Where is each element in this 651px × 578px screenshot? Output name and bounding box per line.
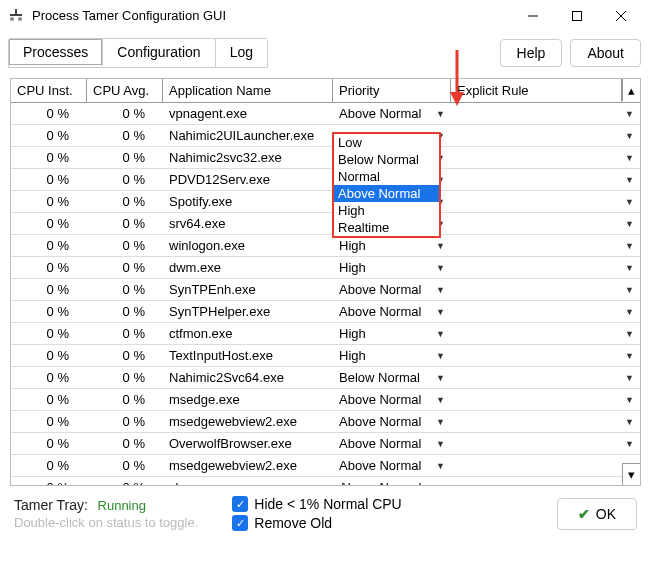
table-row[interactable]: 0 %0 %TextInputHost.exeHigh▼▼	[11, 345, 640, 367]
cell-priority[interactable]: High▼	[333, 236, 451, 255]
tab-processes[interactable]: Processes	[9, 39, 103, 67]
priority-option[interactable]: Low	[334, 134, 439, 151]
about-button[interactable]: About	[570, 39, 641, 67]
header-priority[interactable]: Priority	[333, 79, 451, 102]
table-row[interactable]: 0 %0 %msedgewebview2.exeAbove Normal▼▼	[11, 411, 640, 433]
priority-option[interactable]: Normal	[334, 168, 439, 185]
cell-explicit-rule[interactable]: ▼	[451, 327, 640, 341]
cell-priority[interactable]: Above Normal▼	[333, 478, 451, 486]
cell-explicit-rule[interactable]: ▼	[451, 305, 640, 319]
cell-explicit-rule[interactable]: ▼	[451, 129, 640, 143]
cell-cpu-avg: 0 %	[87, 346, 163, 365]
table-row[interactable]: 0 %0 %Nahimic2svc32.exe▼▼	[11, 147, 640, 169]
priority-option[interactable]: Realtime	[334, 219, 439, 236]
cell-priority[interactable]: Above Normal▼	[333, 456, 451, 475]
cell-explicit-rule[interactable]: ▼	[451, 195, 640, 209]
table-row[interactable]: 0 %0 %msedge.exeAbove Normal▼▼	[11, 389, 640, 411]
table-row[interactable]: 0 %0 %chrome.exeAbove Normal▼▼	[11, 477, 640, 486]
priority-option[interactable]: Above Normal	[334, 185, 439, 202]
scroll-up-button[interactable]: ▴	[622, 79, 640, 101]
checkbox-checked-icon: ✓	[232, 496, 248, 512]
cell-priority[interactable]: Above Normal▼	[333, 412, 451, 431]
cell-cpu-avg: 0 %	[87, 236, 163, 255]
tab-configuration[interactable]: Configuration	[103, 39, 215, 67]
cell-explicit-rule[interactable]: ▼	[451, 459, 640, 473]
table-row[interactable]: 0 %0 %Spotify.exe▼▼	[11, 191, 640, 213]
cell-explicit-rule[interactable]: ▼	[451, 239, 640, 253]
tab-log[interactable]: Log	[216, 39, 267, 67]
cell-explicit-rule[interactable]: ▼	[451, 217, 640, 231]
ok-button[interactable]: ✔ OK	[557, 498, 637, 530]
header-application-name[interactable]: Application Name	[163, 79, 333, 102]
cell-priority[interactable]: Above Normal▼	[333, 280, 451, 299]
table-row[interactable]: 0 %0 %SynTPHelper.exeAbove Normal▼▼	[11, 301, 640, 323]
cell-explicit-rule[interactable]: ▼	[451, 283, 640, 297]
cell-priority[interactable]: Below Normal▼	[333, 368, 451, 387]
cell-cpu-inst: 0 %	[11, 280, 87, 299]
app-icon	[8, 8, 24, 24]
cell-explicit-rule[interactable]: ▼	[451, 349, 640, 363]
close-button[interactable]	[599, 1, 643, 31]
cell-explicit-rule[interactable]: ▼	[451, 481, 640, 487]
table-row[interactable]: 0 %0 %OverwolfBrowser.exeAbove Normal▼▼	[11, 433, 640, 455]
cell-explicit-rule[interactable]: ▼	[451, 173, 640, 187]
cell-priority[interactable]: High▼	[333, 324, 451, 343]
table-row[interactable]: 0 %0 %SynTPEnh.exeAbove Normal▼▼	[11, 279, 640, 301]
table-row[interactable]: 0 %0 %ctfmon.exeHigh▼▼	[11, 323, 640, 345]
table-row[interactable]: 0 %0 %msedgewebview2.exeAbove Normal▼▼	[11, 455, 640, 477]
cell-priority[interactable]: Above Normal▼	[333, 434, 451, 453]
cell-application-name: ctfmon.exe	[163, 324, 333, 343]
window-title: Process Tamer Configuration GUI	[32, 8, 511, 23]
cell-cpu-avg: 0 %	[87, 258, 163, 277]
cell-cpu-inst: 0 %	[11, 434, 87, 453]
header-cpu-inst[interactable]: CPU Inst.	[11, 79, 87, 102]
chevron-down-icon: ▼	[436, 351, 445, 361]
priority-option[interactable]: High	[334, 202, 439, 219]
cell-priority[interactable]: Above Normal▼	[333, 390, 451, 409]
cell-explicit-rule[interactable]: ▼	[451, 437, 640, 451]
table-row[interactable]: 0 %0 %winlogon.exeHigh▼▼	[11, 235, 640, 257]
table-row[interactable]: 0 %0 %Nahimic2UILauncher.exe▼▼	[11, 125, 640, 147]
chevron-down-icon: ▼	[625, 285, 634, 295]
remove-old-checkbox[interactable]: ✓ Remove Old	[232, 515, 401, 531]
priority-option[interactable]: Below Normal	[334, 151, 439, 168]
help-button[interactable]: Help	[500, 39, 563, 67]
scroll-down-button[interactable]: ▾	[622, 463, 640, 485]
cell-explicit-rule[interactable]: ▼	[451, 261, 640, 275]
minimize-button[interactable]	[511, 1, 555, 31]
table-row[interactable]: 0 %0 %vpnagent.exeAbove Normal▼▼	[11, 103, 640, 125]
cell-priority[interactable]: High▼	[333, 258, 451, 277]
table-row[interactable]: 0 %0 %srv64.exe▼▼	[11, 213, 640, 235]
cell-explicit-rule[interactable]: ▼	[451, 107, 640, 121]
cell-explicit-rule[interactable]: ▼	[451, 151, 640, 165]
chevron-down-icon: ▼	[625, 417, 634, 427]
chevron-down-icon: ▾	[628, 467, 635, 482]
cell-explicit-rule[interactable]: ▼	[451, 371, 640, 385]
header-explicit-rule[interactable]: Explicit Rule	[451, 79, 622, 102]
table-row[interactable]: 0 %0 %PDVD12Serv.exe▼▼	[11, 169, 640, 191]
cell-cpu-inst: 0 %	[11, 170, 87, 189]
cell-priority[interactable]: Above Normal▼	[333, 104, 451, 123]
chevron-down-icon: ▼	[436, 483, 445, 487]
cell-application-name: msedge.exe	[163, 390, 333, 409]
chevron-down-icon: ▼	[625, 373, 634, 383]
hide-low-cpu-checkbox[interactable]: ✓ Hide < 1% Normal CPU	[232, 496, 401, 512]
cell-application-name: winlogon.exe	[163, 236, 333, 255]
cell-application-name: SynTPEnh.exe	[163, 280, 333, 299]
chevron-down-icon: ▼	[436, 241, 445, 251]
cell-cpu-avg: 0 %	[87, 148, 163, 167]
cell-priority[interactable]: High▼	[333, 346, 451, 365]
svg-point-3	[18, 17, 22, 21]
cell-cpu-avg: 0 %	[87, 192, 163, 211]
cell-priority[interactable]: Above Normal▼	[333, 302, 451, 321]
cell-cpu-inst: 0 %	[11, 324, 87, 343]
chevron-down-icon: ▼	[625, 197, 634, 207]
maximize-button[interactable]	[555, 1, 599, 31]
table-row[interactable]: 0 %0 %Nahimic2Svc64.exeBelow Normal▼▼	[11, 367, 640, 389]
header-cpu-avg[interactable]: CPU Avg.	[87, 79, 163, 102]
cell-explicit-rule[interactable]: ▼	[451, 415, 640, 429]
tamer-status[interactable]: Running	[98, 498, 146, 513]
cell-explicit-rule[interactable]: ▼	[451, 393, 640, 407]
table-row[interactable]: 0 %0 %dwm.exeHigh▼▼	[11, 257, 640, 279]
priority-dropdown[interactable]: LowBelow NormalNormalAbove NormalHighRea…	[332, 132, 441, 238]
